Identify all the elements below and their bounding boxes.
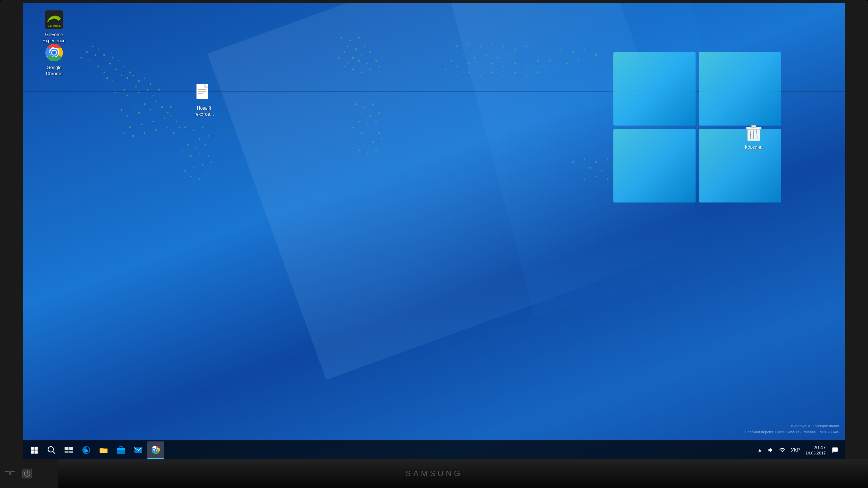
svg-point-116 [549, 60, 551, 62]
svg-point-85 [370, 130, 371, 131]
svg-point-23 [153, 95, 154, 96]
svg-point-150 [196, 147, 197, 148]
svg-point-73 [344, 66, 345, 67]
svg-point-74 [355, 103, 357, 105]
svg-point-53 [95, 54, 96, 56]
search-button[interactable] [43, 442, 60, 459]
svg-point-25 [156, 101, 157, 102]
svg-point-105 [462, 54, 464, 56]
svg-point-153 [190, 155, 192, 157]
svg-point-98 [503, 45, 504, 47]
svg-point-159 [184, 170, 186, 171]
svg-point-161 [199, 178, 200, 180]
svg-point-120 [514, 71, 516, 73]
tray-speaker[interactable] [765, 442, 777, 459]
svg-point-54 [341, 37, 342, 38]
svg-rect-185 [69, 447, 73, 450]
svg-point-3 [118, 60, 119, 61]
svg-point-148 [208, 135, 209, 137]
file-explorer-button[interactable] [95, 442, 112, 459]
svg-point-92 [375, 150, 377, 151]
svg-point-17 [135, 86, 137, 88]
svg-point-160 [190, 176, 192, 177]
svg-point-97 [491, 43, 492, 44]
wallpaper: GEFORCE GeForce Experience [23, 3, 845, 460]
system-tray: ▲ УКР [754, 440, 845, 460]
svg-point-129 [584, 48, 585, 50]
svg-rect-184 [64, 447, 68, 450]
watermark-line1: Windows 10 Корпоративная [745, 423, 839, 429]
svg-point-133 [572, 161, 574, 163]
desktop-icon-chrome[interactable]: Google Chrome [38, 40, 70, 79]
chrome-taskbar-button[interactable] [147, 442, 164, 459]
desktop-icon-recycle[interactable]: Корзина [738, 120, 770, 152]
tray-network[interactable] [777, 442, 788, 459]
svg-rect-189 [117, 448, 125, 450]
svg-point-24 [158, 89, 160, 91]
clock-time: 20:47 [813, 445, 826, 451]
svg-point-18 [124, 89, 125, 91]
svg-point-80 [375, 121, 377, 122]
edge-button[interactable] [78, 442, 95, 459]
svg-point-1 [112, 57, 114, 59]
svg-point-118 [537, 71, 539, 73]
svg-point-7 [124, 66, 125, 67]
svg-point-0 [103, 54, 105, 56]
svg-point-21 [138, 92, 140, 93]
svg-line-183 [53, 451, 55, 454]
svg-point-121 [503, 75, 504, 76]
svg-point-77 [361, 112, 362, 113]
svg-point-29 [127, 115, 128, 117]
svg-point-47 [170, 115, 171, 116]
tray-chevron[interactable]: ▲ [754, 442, 765, 459]
desktop-icon-textfile[interactable]: Новый текстов... [188, 81, 220, 119]
svg-point-142 [584, 179, 585, 180]
geforce-icon: GEFORCE [44, 9, 64, 30]
svg-point-137 [589, 167, 591, 169]
clock[interactable]: 20:47 14.03.2017 [803, 445, 829, 455]
svg-point-141 [607, 178, 609, 180]
svg-point-87 [381, 138, 383, 140]
svg-point-46 [176, 121, 177, 122]
svg-point-112 [514, 63, 516, 65]
svg-point-82 [358, 121, 360, 122]
svg-point-122 [491, 71, 493, 73]
svg-point-143 [184, 126, 186, 128]
start-button[interactable] [26, 442, 43, 459]
svg-point-110 [491, 63, 493, 65]
svg-point-94 [456, 45, 458, 47]
svg-point-194 [155, 449, 157, 451]
svg-point-103 [486, 54, 487, 56]
svg-point-49 [98, 48, 99, 50]
monitor-bottom-bezel: SAMSUNG [0, 459, 868, 488]
svg-point-55 [349, 40, 351, 41]
svg-point-79 [378, 112, 380, 114]
svg-point-61 [361, 54, 362, 56]
svg-point-68 [375, 60, 377, 62]
svg-point-131 [578, 60, 580, 62]
svg-point-63 [344, 52, 345, 53]
svg-point-42 [155, 129, 157, 131]
action-center-button[interactable] [829, 442, 841, 459]
svg-point-96 [479, 45, 481, 47]
svg-point-20 [126, 95, 128, 96]
screen: GEFORCE GeForce Experience [23, 3, 845, 460]
task-view-button[interactable] [60, 442, 78, 459]
mail-button[interactable] [130, 442, 147, 459]
svg-rect-187 [69, 451, 73, 453]
svg-point-70 [370, 69, 371, 70]
recycle-icon [743, 122, 764, 142]
svg-point-34 [170, 106, 172, 108]
svg-point-117 [555, 66, 556, 67]
svg-point-84 [361, 132, 363, 134]
store-button[interactable] [112, 442, 130, 459]
svg-point-66 [358, 60, 360, 62]
svg-point-33 [167, 112, 169, 114]
svg-point-109 [480, 66, 481, 67]
win-logo-pane-bl [613, 129, 695, 202]
svg-point-58 [355, 48, 357, 50]
desktop-icon-geforce[interactable]: GEFORCE GeForce Experience [38, 7, 70, 46]
svg-point-75 [364, 106, 365, 108]
svg-point-71 [361, 72, 363, 73]
tray-language[interactable]: УКР [788, 447, 803, 453]
